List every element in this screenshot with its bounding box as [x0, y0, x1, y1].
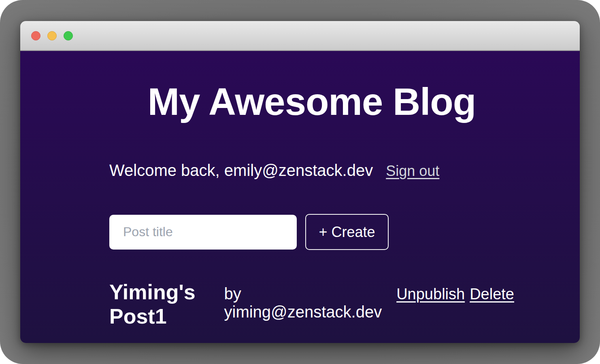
post-author-text: by yiming@zenstack.dev [224, 285, 382, 321]
content-container: My Awesome Blog Welcome back, emily@zens… [109, 51, 514, 328]
blog-app-content: My Awesome Blog Welcome back, emily@zens… [20, 51, 580, 343]
minimize-window-button[interactable] [47, 31, 57, 40]
create-post-form: + Create [109, 214, 514, 250]
delete-link[interactable]: Delete [470, 286, 514, 303]
sign-out-link[interactable]: Sign out [386, 163, 439, 180]
unpublish-link[interactable]: Unpublish [396, 286, 465, 303]
close-window-button[interactable] [31, 31, 40, 40]
welcome-row: Welcome back, emily@zenstack.dev Sign ou… [109, 161, 514, 180]
post-list-item: Yiming's Post1 by yiming@zenstack.dev Un… [109, 280, 514, 328]
post-title-input[interactable] [109, 215, 297, 250]
post-title-text: Yiming's Post1 [109, 280, 219, 328]
create-post-button[interactable]: + Create [305, 214, 389, 250]
zoom-window-button[interactable] [64, 31, 73, 40]
screenshot-backdrop: My Awesome Blog Welcome back, emily@zens… [0, 0, 600, 364]
page-title: My Awesome Blog [109, 51, 514, 123]
window-titlebar [20, 21, 580, 51]
post-actions: Unpublish Delete [396, 286, 514, 303]
welcome-text: Welcome back, emily@zenstack.dev [109, 161, 373, 180]
browser-window: My Awesome Blog Welcome back, emily@zens… [20, 21, 580, 343]
